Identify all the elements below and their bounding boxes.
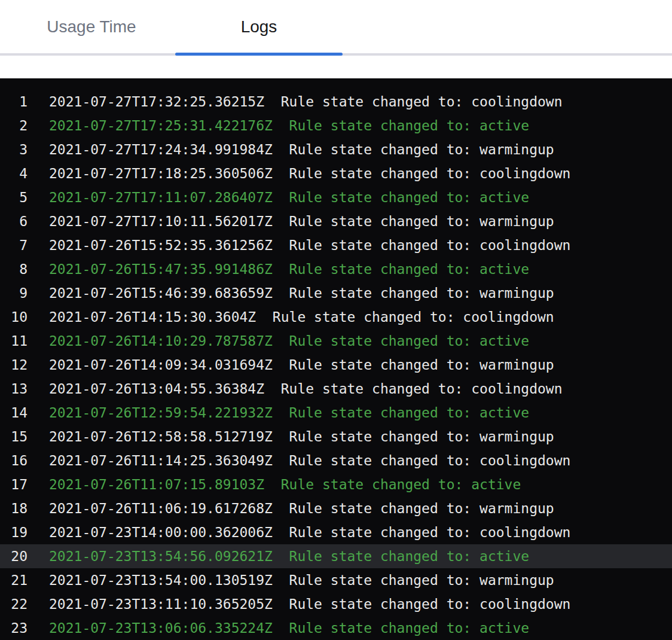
log-line-text: 2021-07-26T15:52:35.361256Z Rule state c… xyxy=(49,237,570,253)
log-row[interactable]: 12021-07-27T17:32:25.36215Z Rule state c… xyxy=(0,90,672,114)
log-row[interactable]: 152021-07-26T12:58:58.512719Z Rule state… xyxy=(0,425,672,449)
log-row[interactable]: 232021-07-23T13:06:06.335224Z Rule state… xyxy=(0,616,672,640)
log-line-text: 2021-07-26T13:04:55.36384Z Rule state ch… xyxy=(49,381,563,397)
log-line-number: 19 xyxy=(0,525,28,540)
log-line-number: 21 xyxy=(0,572,28,588)
log-line-number: 20 xyxy=(0,548,28,564)
log-line-number: 17 xyxy=(0,477,28,492)
log-line-text: 2021-07-26T14:09:34.031694Z Rule state c… xyxy=(49,357,554,373)
log-line-number: 18 xyxy=(0,501,28,516)
tab-list: Usage Time Logs xyxy=(8,0,672,53)
log-row[interactable]: 52021-07-27T17:11:07.286407Z Rule state … xyxy=(0,185,672,209)
log-line-text: 2021-07-27T17:32:25.36215Z Rule state ch… xyxy=(49,94,563,109)
log-line-number: 23 xyxy=(0,620,28,636)
log-line-number: 8 xyxy=(0,261,28,277)
log-row[interactable]: 22021-07-27T17:25:31.422176Z Rule state … xyxy=(0,114,672,138)
log-row[interactable]: 72021-07-26T15:52:35.361256Z Rule state … xyxy=(0,233,672,257)
log-line-number: 22 xyxy=(0,596,28,612)
log-line-text: 2021-07-27T17:10:11.562017Z Rule state c… xyxy=(49,214,554,229)
log-row[interactable]: 82021-07-26T15:47:35.991486Z Rule state … xyxy=(0,257,672,281)
log-row[interactable]: 32021-07-27T17:24:34.991984Z Rule state … xyxy=(0,138,672,161)
log-row[interactable]: 102021-07-26T14:15:30.3604Z Rule state c… xyxy=(0,305,672,329)
log-line-number: 1 xyxy=(0,94,28,109)
active-tab-indicator xyxy=(175,53,343,56)
log-line-number: 9 xyxy=(0,285,28,301)
log-line-number: 3 xyxy=(0,142,28,157)
log-line-text: 2021-07-27T17:24:34.991984Z Rule state c… xyxy=(49,142,554,157)
tab-logs[interactable]: Logs xyxy=(175,0,343,53)
log-row[interactable]: 142021-07-26T12:59:54.221932Z Rule state… xyxy=(0,401,672,425)
log-line-text: 2021-07-23T13:06:06.335224Z Rule state c… xyxy=(49,620,529,636)
log-line-text: 2021-07-27T17:18:25.360506Z Rule state c… xyxy=(49,166,570,181)
log-line-text: 2021-07-26T14:15:30.3604Z Rule state cha… xyxy=(49,309,554,325)
log-line-text: 2021-07-26T11:14:25.363049Z Rule state c… xyxy=(49,453,570,468)
log-line-text: 2021-07-26T11:06:19.617268Z Rule state c… xyxy=(49,501,554,516)
log-line-number: 15 xyxy=(0,429,28,444)
log-row[interactable]: 162021-07-26T11:14:25.363049Z Rule state… xyxy=(0,449,672,473)
log-line-text: 2021-07-26T14:10:29.787587Z Rule state c… xyxy=(49,333,529,349)
log-line-text: 2021-07-27T17:11:07.286407Z Rule state c… xyxy=(49,190,529,205)
log-line-number: 6 xyxy=(0,214,28,229)
log-line-number: 7 xyxy=(0,237,28,253)
log-line-number: 12 xyxy=(0,357,28,373)
log-line-number: 13 xyxy=(0,381,28,397)
log-row[interactable]: 132021-07-26T13:04:55.36384Z Rule state … xyxy=(0,377,672,401)
log-row[interactable]: 192021-07-23T14:00:00.362006Z Rule state… xyxy=(0,520,672,544)
log-line-text: 2021-07-26T12:59:54.221932Z Rule state c… xyxy=(49,405,529,420)
log-line-text: 2021-07-26T15:47:35.991486Z Rule state c… xyxy=(49,261,529,277)
log-line-text: 2021-07-26T15:46:39.683659Z Rule state c… xyxy=(49,285,554,301)
log-line-number: 4 xyxy=(0,166,28,181)
tab-usage-time-label: Usage Time xyxy=(47,17,136,36)
log-line-number: 16 xyxy=(0,453,28,468)
log-row[interactable]: 202021-07-23T13:54:56.092621Z Rule state… xyxy=(0,544,672,568)
tab-usage-time[interactable]: Usage Time xyxy=(8,0,175,53)
log-panel: 12021-07-27T17:32:25.36215Z Rule state c… xyxy=(0,78,672,640)
log-row[interactable]: 122021-07-26T14:09:34.031694Z Rule state… xyxy=(0,353,672,377)
log-row[interactable]: 182021-07-26T11:06:19.617268Z Rule state… xyxy=(0,496,672,520)
tab-bar: Usage Time Logs xyxy=(0,0,672,56)
log-line-text: 2021-07-26T11:07:15.89103Z Rule state ch… xyxy=(49,477,521,492)
log-line-number: 10 xyxy=(0,309,28,325)
log-row[interactable]: 62021-07-27T17:10:11.562017Z Rule state … xyxy=(0,209,672,233)
log-row[interactable]: 92021-07-26T15:46:39.683659Z Rule state … xyxy=(0,281,672,305)
log-line-text: 2021-07-23T13:11:10.365205Z Rule state c… xyxy=(49,596,570,612)
log-line-text: 2021-07-23T13:54:00.130519Z Rule state c… xyxy=(49,572,554,588)
log-line-number: 14 xyxy=(0,405,28,420)
log-line-number: 5 xyxy=(0,190,28,205)
log-line-number: 2 xyxy=(0,118,28,133)
log-row[interactable]: 172021-07-26T11:07:15.89103Z Rule state … xyxy=(0,473,672,496)
tab-logs-label: Logs xyxy=(241,17,277,36)
log-row[interactable]: 222021-07-23T13:11:10.365205Z Rule state… xyxy=(0,592,672,616)
log-row[interactable]: 212021-07-23T13:54:00.130519Z Rule state… xyxy=(0,568,672,592)
log-line-text: 2021-07-27T17:25:31.422176Z Rule state c… xyxy=(49,118,529,133)
log-row[interactable]: 112021-07-26T14:10:29.787587Z Rule state… xyxy=(0,329,672,353)
log-line-number: 11 xyxy=(0,333,28,349)
log-line-text: 2021-07-23T14:00:00.362006Z Rule state c… xyxy=(49,525,570,540)
log-line-text: 2021-07-26T12:58:58.512719Z Rule state c… xyxy=(49,429,554,444)
log-row[interactable]: 42021-07-27T17:18:25.360506Z Rule state … xyxy=(0,161,672,185)
log-line-text: 2021-07-23T13:54:56.092621Z Rule state c… xyxy=(49,548,529,564)
